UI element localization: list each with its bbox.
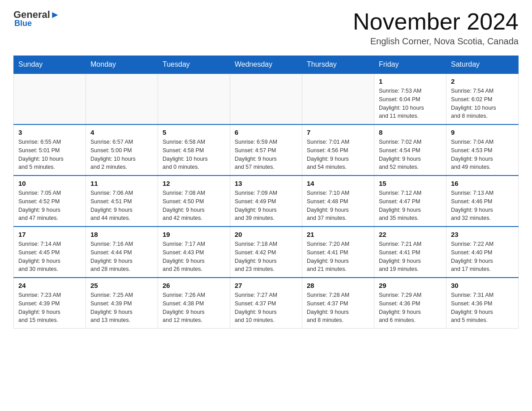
day-number: 23 [451, 231, 514, 238]
day-number: 18 [90, 231, 153, 238]
calendar-cell: 25Sunrise: 7:25 AM Sunset: 4:39 PM Dayli… [86, 278, 158, 329]
day-number: 1 [379, 77, 442, 85]
day-number: 8 [379, 128, 442, 136]
logo-blue-label: Blue [14, 19, 32, 28]
logo: General ► Blue [13, 9, 60, 28]
calendar-cell: 7Sunrise: 7:01 AM Sunset: 4:56 PM Daylig… [302, 124, 374, 176]
weekday-header-tuesday: Tuesday [158, 56, 230, 74]
day-number: 12 [163, 180, 225, 187]
calendar-cell: 8Sunrise: 7:02 AM Sunset: 4:54 PM Daylig… [374, 124, 446, 176]
day-number: 20 [235, 231, 297, 238]
day-number: 25 [90, 282, 153, 289]
calendar-cell: 19Sunrise: 7:17 AM Sunset: 4:43 PM Dayli… [158, 227, 230, 278]
day-info: Sunrise: 7:26 AM Sunset: 4:38 PM Dayligh… [163, 291, 225, 325]
weekday-header-friday: Friday [374, 56, 446, 74]
calendar-cell: 20Sunrise: 7:18 AM Sunset: 4:42 PM Dayli… [230, 227, 302, 278]
day-number: 10 [18, 180, 81, 187]
weekday-header-monday: Monday [86, 56, 158, 74]
day-info: Sunrise: 7:12 AM Sunset: 4:47 PM Dayligh… [379, 189, 442, 223]
calendar-cell: 18Sunrise: 7:16 AM Sunset: 4:44 PM Dayli… [86, 227, 158, 278]
day-info: Sunrise: 7:23 AM Sunset: 4:39 PM Dayligh… [18, 291, 81, 325]
day-number: 13 [235, 180, 297, 187]
day-info: Sunrise: 7:13 AM Sunset: 4:46 PM Dayligh… [451, 189, 514, 223]
calendar-cell: 17Sunrise: 7:14 AM Sunset: 4:45 PM Dayli… [14, 227, 86, 278]
day-number: 15 [379, 180, 442, 187]
calendar-cell [302, 73, 374, 124]
day-number: 5 [163, 128, 225, 136]
day-info: Sunrise: 7:10 AM Sunset: 4:48 PM Dayligh… [307, 189, 369, 223]
day-info: Sunrise: 7:27 AM Sunset: 4:37 PM Dayligh… [235, 291, 297, 325]
day-info: Sunrise: 7:25 AM Sunset: 4:39 PM Dayligh… [90, 291, 153, 325]
calendar-week-row: 17Sunrise: 7:14 AM Sunset: 4:45 PM Dayli… [14, 227, 519, 278]
calendar-cell: 26Sunrise: 7:26 AM Sunset: 4:38 PM Dayli… [158, 278, 230, 329]
day-number: 6 [235, 128, 297, 136]
day-number: 17 [18, 231, 81, 238]
day-info: Sunrise: 7:02 AM Sunset: 4:54 PM Dayligh… [379, 138, 442, 171]
day-info: Sunrise: 7:53 AM Sunset: 6:04 PM Dayligh… [379, 87, 442, 120]
weekday-header-thursday: Thursday [302, 56, 374, 74]
day-info: Sunrise: 7:01 AM Sunset: 4:56 PM Dayligh… [307, 138, 369, 171]
calendar-cell: 27Sunrise: 7:27 AM Sunset: 4:37 PM Dayli… [230, 278, 302, 329]
calendar-cell: 11Sunrise: 7:06 AM Sunset: 4:51 PM Dayli… [86, 176, 158, 227]
calendar-cell [230, 73, 302, 124]
day-number: 4 [90, 128, 153, 136]
day-number: 7 [307, 128, 369, 136]
day-info: Sunrise: 7:04 AM Sunset: 4:53 PM Dayligh… [451, 138, 514, 171]
day-number: 27 [235, 282, 297, 289]
calendar-cell: 14Sunrise: 7:10 AM Sunset: 4:48 PM Dayli… [302, 176, 374, 227]
calendar-week-row: 24Sunrise: 7:23 AM Sunset: 4:39 PM Dayli… [14, 278, 519, 329]
calendar-cell [86, 73, 158, 124]
day-info: Sunrise: 6:58 AM Sunset: 4:58 PM Dayligh… [163, 138, 225, 171]
day-info: Sunrise: 7:31 AM Sunset: 4:36 PM Dayligh… [451, 291, 514, 325]
calendar-cell: 6Sunrise: 6:59 AM Sunset: 4:57 PM Daylig… [230, 124, 302, 176]
calendar-table: SundayMondayTuesdayWednesdayThursdayFrid… [13, 56, 519, 329]
day-number: 29 [379, 282, 442, 289]
calendar-cell [14, 73, 86, 124]
day-info: Sunrise: 7:29 AM Sunset: 4:36 PM Dayligh… [379, 291, 442, 325]
day-number: 2 [451, 77, 514, 85]
day-info: Sunrise: 7:18 AM Sunset: 4:42 PM Dayligh… [235, 240, 297, 274]
calendar-cell: 1Sunrise: 7:53 AM Sunset: 6:04 PM Daylig… [374, 73, 446, 124]
day-number: 24 [18, 282, 81, 289]
day-info: Sunrise: 7:06 AM Sunset: 4:51 PM Dayligh… [90, 189, 153, 223]
calendar-cell: 13Sunrise: 7:09 AM Sunset: 4:49 PM Dayli… [230, 176, 302, 227]
calendar-cell: 15Sunrise: 7:12 AM Sunset: 4:47 PM Dayli… [374, 176, 446, 227]
calendar-cell: 5Sunrise: 6:58 AM Sunset: 4:58 PM Daylig… [158, 124, 230, 176]
day-info: Sunrise: 7:22 AM Sunset: 4:40 PM Dayligh… [451, 240, 514, 274]
title-section: November 2024 English Corner, Nova Scoti… [353, 9, 519, 47]
weekday-header-wednesday: Wednesday [230, 56, 302, 74]
day-info: Sunrise: 6:59 AM Sunset: 4:57 PM Dayligh… [235, 138, 297, 171]
calendar-cell: 28Sunrise: 7:28 AM Sunset: 4:37 PM Dayli… [302, 278, 374, 329]
calendar-cell: 30Sunrise: 7:31 AM Sunset: 4:36 PM Dayli… [446, 278, 519, 329]
day-number: 9 [451, 128, 514, 136]
day-info: Sunrise: 7:17 AM Sunset: 4:43 PM Dayligh… [163, 240, 225, 274]
day-number: 26 [163, 282, 225, 289]
day-info: Sunrise: 6:55 AM Sunset: 5:01 PM Dayligh… [18, 138, 81, 171]
day-number: 21 [307, 231, 369, 238]
calendar-cell: 16Sunrise: 7:13 AM Sunset: 4:46 PM Dayli… [446, 176, 519, 227]
calendar-cell: 29Sunrise: 7:29 AM Sunset: 4:36 PM Dayli… [374, 278, 446, 329]
calendar-cell: 22Sunrise: 7:21 AM Sunset: 4:41 PM Dayli… [374, 227, 446, 278]
day-number: 11 [90, 180, 153, 187]
calendar-cell: 24Sunrise: 7:23 AM Sunset: 4:39 PM Dayli… [14, 278, 86, 329]
day-info: Sunrise: 6:57 AM Sunset: 5:00 PM Dayligh… [90, 138, 153, 171]
weekday-header-sunday: Sunday [14, 56, 86, 74]
calendar-cell: 12Sunrise: 7:08 AM Sunset: 4:50 PM Dayli… [158, 176, 230, 227]
day-info: Sunrise: 7:09 AM Sunset: 4:49 PM Dayligh… [235, 189, 297, 223]
calendar-cell: 21Sunrise: 7:20 AM Sunset: 4:41 PM Dayli… [302, 227, 374, 278]
page-header: General ► Blue November 2024 English Cor… [13, 9, 519, 47]
weekday-header-saturday: Saturday [446, 56, 519, 74]
calendar-cell: 23Sunrise: 7:22 AM Sunset: 4:40 PM Dayli… [446, 227, 519, 278]
day-info: Sunrise: 7:16 AM Sunset: 4:44 PM Dayligh… [90, 240, 153, 274]
day-info: Sunrise: 7:54 AM Sunset: 6:02 PM Dayligh… [451, 87, 514, 120]
day-info: Sunrise: 7:21 AM Sunset: 4:41 PM Dayligh… [379, 240, 442, 274]
logo-blue-text: ► [50, 9, 60, 21]
weekday-header-row: SundayMondayTuesdayWednesdayThursdayFrid… [14, 56, 519, 74]
day-number: 28 [307, 282, 369, 289]
calendar-cell: 2Sunrise: 7:54 AM Sunset: 6:02 PM Daylig… [446, 73, 519, 124]
day-number: 16 [451, 180, 514, 187]
day-info: Sunrise: 7:05 AM Sunset: 4:52 PM Dayligh… [18, 189, 81, 223]
location-label: English Corner, Nova Scotia, Canada [353, 36, 519, 47]
day-info: Sunrise: 7:20 AM Sunset: 4:41 PM Dayligh… [307, 240, 369, 274]
calendar-week-row: 1Sunrise: 7:53 AM Sunset: 6:04 PM Daylig… [14, 73, 519, 124]
